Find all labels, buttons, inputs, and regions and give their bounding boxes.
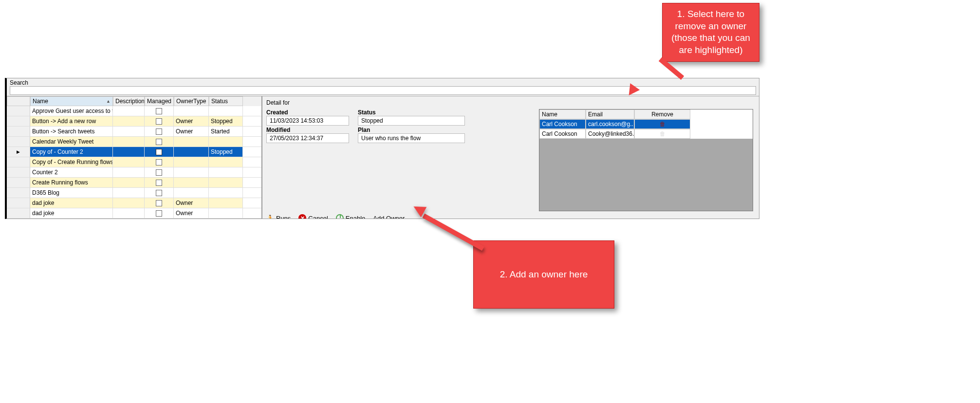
checkbox-icon[interactable] xyxy=(156,149,162,155)
checkbox-icon[interactable] xyxy=(156,180,162,186)
owner-cell-name: Carl Cookson xyxy=(539,129,586,139)
row-header-spacer xyxy=(7,96,30,106)
cell-managed[interactable] xyxy=(145,147,174,157)
sort-asc-icon: ▲ xyxy=(106,99,111,104)
modified-label: Modified xyxy=(266,127,349,133)
checkbox-icon[interactable] xyxy=(156,210,162,217)
cell-managed[interactable] xyxy=(145,116,174,126)
cell-description xyxy=(113,137,145,147)
cell-description xyxy=(113,106,145,116)
search-input[interactable] xyxy=(10,86,756,95)
owner-cell-remove[interactable]: 🗑 xyxy=(634,119,690,129)
checkbox-icon[interactable] xyxy=(156,128,162,135)
cell-status xyxy=(209,198,243,208)
runs-icon: 🏃 xyxy=(266,215,274,219)
runs-button[interactable]: 🏃 Runs xyxy=(266,215,291,219)
cancel-icon: ✕ xyxy=(298,214,306,219)
table-row[interactable]: Copy of - Counter 2Stopped xyxy=(7,147,261,157)
cell-status: Stopped xyxy=(209,116,243,126)
cell-ownertype xyxy=(174,137,209,147)
cancel-button[interactable]: ✕ Cancel xyxy=(298,214,328,219)
cell-name: Copy of - Counter 2 xyxy=(30,147,113,157)
table-row[interactable]: Counter 2 xyxy=(7,167,261,178)
table-row[interactable]: Copy of - Create Running flows xyxy=(7,157,261,167)
cell-managed[interactable] xyxy=(145,127,174,136)
table-row[interactable]: dad jokeOwner xyxy=(7,208,261,219)
owner-cell-email: carl.cookson@g... xyxy=(586,119,634,129)
table-row[interactable]: Create Running flows xyxy=(7,178,261,188)
col-header-name[interactable]: Name ▲ xyxy=(30,96,113,106)
col-header-managed[interactable]: Managed xyxy=(145,96,174,106)
cell-status xyxy=(209,137,243,147)
cell-managed[interactable] xyxy=(145,106,174,116)
cell-managed[interactable] xyxy=(145,188,174,198)
cell-status: Started xyxy=(209,127,243,136)
cell-name: Approve Guest user access to team xyxy=(30,106,113,116)
trash-icon: 🗑 xyxy=(660,130,666,137)
owner-col-remove[interactable]: Remove xyxy=(634,110,690,119)
owner-col-email[interactable]: Email xyxy=(586,110,634,119)
app-window: Search Name ▲ Description Managed OwnerT… xyxy=(5,78,759,219)
cell-ownertype: Owner xyxy=(174,198,209,208)
owner-cell-name: Carl Cookson xyxy=(539,119,586,129)
cell-name: Counter 2 xyxy=(30,167,113,177)
cell-ownertype xyxy=(174,157,209,167)
cell-managed[interactable] xyxy=(145,157,174,167)
cell-managed[interactable] xyxy=(145,198,174,208)
cell-managed[interactable] xyxy=(145,178,174,187)
cell-ownertype xyxy=(174,167,209,177)
add-owner-button[interactable]: Add Owner xyxy=(373,215,405,219)
checkbox-icon[interactable] xyxy=(156,108,162,114)
cell-managed[interactable] xyxy=(145,208,174,218)
table-row[interactable]: D365 Blog xyxy=(7,188,261,198)
row-header-cell xyxy=(7,178,30,187)
table-row[interactable]: Approve Guest user access to team xyxy=(7,106,261,116)
grid-body[interactable]: Approve Guest user access to teamButton … xyxy=(7,106,261,219)
detail-title: Detail for xyxy=(266,98,755,109)
owner-row[interactable]: Carl Cooksoncarl.cookson@g...🗑 xyxy=(539,119,753,129)
cell-description xyxy=(113,157,145,167)
checkbox-icon[interactable] xyxy=(156,159,162,165)
cell-name: dad joke xyxy=(30,208,113,218)
row-header-cell xyxy=(7,208,30,218)
cell-name: Create Running flows xyxy=(30,178,113,187)
cell-name: Button -> Add a new row xyxy=(30,116,113,126)
detail-fields: Created 11/03/2023 14:53:03 Modified 27/… xyxy=(266,109,465,143)
flows-grid: Name ▲ Description Managed OwnerType Sta… xyxy=(7,96,262,219)
owner-cell-email: Cooky@linked36... xyxy=(586,129,634,139)
cell-description xyxy=(113,147,145,157)
checkbox-icon[interactable] xyxy=(156,118,162,125)
checkbox-icon[interactable] xyxy=(156,169,162,176)
table-row[interactable]: Calendar Weekly Tweet xyxy=(7,137,261,147)
col-header-ownertype[interactable]: OwnerType xyxy=(174,96,209,106)
col-header-status[interactable]: Status xyxy=(209,96,243,106)
cell-description xyxy=(113,127,145,136)
cell-ownertype: Owner xyxy=(174,127,209,136)
owner-row[interactable]: Carl CooksonCooky@linked36...🗑 xyxy=(539,129,753,139)
trash-icon[interactable]: 🗑 xyxy=(660,121,666,128)
owner-col-name[interactable]: Name xyxy=(539,110,586,119)
table-row[interactable]: Button -> Search tweetsOwnerStarted xyxy=(7,127,261,137)
checkbox-icon[interactable] xyxy=(156,200,162,206)
cell-managed[interactable] xyxy=(145,167,174,177)
row-header-cell xyxy=(7,157,30,167)
cell-managed[interactable] xyxy=(145,137,174,147)
row-header-cell xyxy=(7,127,30,136)
cell-status xyxy=(209,106,243,116)
table-row[interactable]: Button -> Add a new rowOwnerStopped xyxy=(7,116,261,127)
cell-status xyxy=(209,178,243,187)
power-icon xyxy=(336,214,344,219)
row-header-cell xyxy=(7,147,30,157)
checkbox-icon[interactable] xyxy=(156,139,162,145)
callout-remove-owner: 1. Select here to remove an owner (those… xyxy=(662,3,759,62)
plan-value: User who runs the flow xyxy=(358,133,465,143)
col-header-description[interactable]: Description xyxy=(113,96,145,106)
plan-label: Plan xyxy=(358,127,465,133)
status-value: Stopped xyxy=(358,116,465,126)
table-row[interactable]: dad jokeOwner xyxy=(7,198,261,208)
checkbox-icon[interactable] xyxy=(156,190,162,196)
cell-status xyxy=(209,167,243,177)
row-header-cell xyxy=(7,188,30,198)
cell-ownertype xyxy=(174,178,209,187)
enable-button[interactable]: Enable xyxy=(336,214,365,219)
